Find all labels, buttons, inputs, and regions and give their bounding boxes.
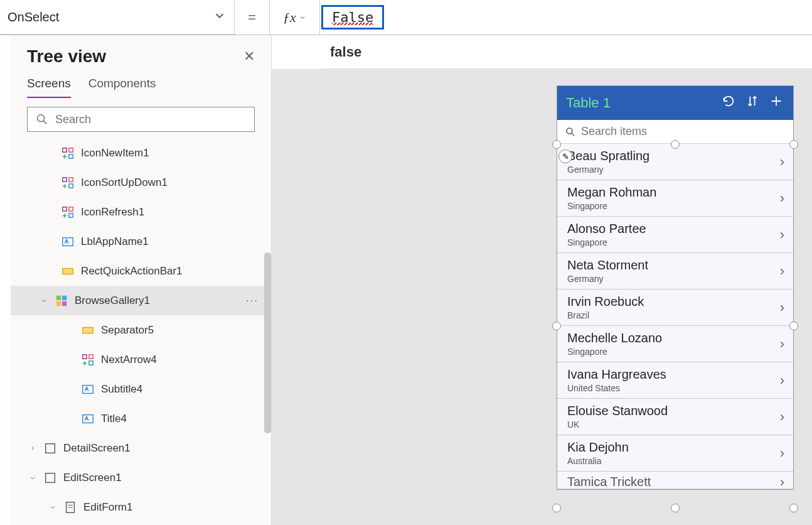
svg-rect-17 bbox=[83, 327, 93, 333]
formula-input[interactable]: False bbox=[320, 0, 812, 35]
fx-label: ƒx bbox=[283, 9, 296, 26]
chevron-right-icon[interactable]: › bbox=[780, 154, 784, 170]
selection-handle[interactable] bbox=[789, 504, 798, 512]
chevron-down-icon[interactable] bbox=[28, 474, 37, 482]
tree-search-input[interactable] bbox=[55, 113, 247, 126]
search-icon bbox=[565, 126, 576, 138]
gallery-row[interactable]: Kia DejohnAustralia› bbox=[557, 435, 793, 472]
refresh-icon[interactable] bbox=[720, 94, 737, 112]
design-canvas[interactable]: Table 1 Beau SpratlingGermany› Megan Roh… bbox=[272, 69, 812, 525]
gallery-row[interactable]: Megan RohmanSingapore› bbox=[557, 180, 793, 217]
row-title: Beau Spratling bbox=[567, 149, 780, 163]
row-title: Ivana Hargreaves bbox=[567, 367, 780, 382]
svg-rect-5 bbox=[63, 177, 67, 181]
row-title: Alonso Partee bbox=[567, 222, 780, 236]
tree-item-separator[interactable]: Separator5 bbox=[11, 315, 271, 345]
tree-item-label: RectQuickActionBar1 bbox=[81, 265, 183, 278]
rectangle-icon bbox=[81, 323, 95, 337]
svg-point-28 bbox=[567, 128, 572, 134]
gallery-row[interactable]: Irvin RoebuckBrazil› bbox=[557, 290, 793, 326]
tree-item-iconrefresh[interactable]: IconRefresh1 bbox=[11, 197, 271, 227]
svg-rect-24 bbox=[46, 473, 55, 482]
tree-item-rectquickactionbar[interactable]: RectQuickActionBar1 bbox=[11, 256, 271, 286]
group-icon bbox=[61, 176, 75, 190]
tree-search[interactable] bbox=[27, 107, 255, 132]
gallery-row[interactable]: Beau SpratlingGermany› bbox=[557, 144, 793, 180]
chevron-right-icon[interactable]: › bbox=[780, 474, 784, 490]
chevron-right-icon[interactable] bbox=[28, 445, 37, 452]
gallery-icon bbox=[55, 294, 68, 308]
edit-pencil-icon[interactable]: ✎ bbox=[558, 149, 572, 163]
gallery-row[interactable]: Tamica Trickett› bbox=[557, 472, 793, 489]
svg-rect-16 bbox=[62, 301, 67, 305]
tree-title: Tree view bbox=[27, 46, 106, 67]
svg-rect-18 bbox=[83, 354, 87, 358]
browse-gallery[interactable]: Beau SpratlingGermany› Megan RohmanSinga… bbox=[557, 144, 793, 489]
chevron-right-icon[interactable]: › bbox=[780, 409, 784, 425]
tree-item-label: Title4 bbox=[101, 413, 127, 425]
tree-item-label: IconNewItem1 bbox=[81, 147, 149, 160]
tree-item-label: Separator5 bbox=[101, 324, 154, 337]
property-dropdown[interactable]: OnSelect bbox=[0, 0, 235, 35]
sort-icon[interactable] bbox=[744, 94, 761, 112]
tree-item-label: Subtitle4 bbox=[101, 383, 142, 396]
tree-item-iconnewitem[interactable]: IconNewItem1 bbox=[11, 138, 271, 168]
tree-item-detailscreen[interactable]: DetailScreen1 bbox=[11, 433, 271, 463]
label-icon bbox=[81, 412, 95, 426]
tree-item-title[interactable]: Title4 bbox=[11, 404, 271, 433]
chevron-right-icon[interactable]: › bbox=[780, 445, 784, 462]
gallery-row[interactable]: Neta StormentGermany› bbox=[557, 253, 793, 290]
chevron-down-icon[interactable] bbox=[40, 297, 48, 305]
svg-rect-3 bbox=[69, 148, 73, 151]
tab-components[interactable]: Components bbox=[88, 77, 156, 98]
chevron-right-icon[interactable]: › bbox=[780, 263, 784, 279]
add-icon[interactable] bbox=[768, 94, 784, 112]
svg-rect-14 bbox=[62, 295, 67, 300]
selection-handle[interactable] bbox=[789, 322, 798, 330]
svg-rect-13 bbox=[56, 295, 61, 300]
chevron-right-icon[interactable]: › bbox=[780, 300, 784, 316]
fx-button[interactable]: ƒx bbox=[270, 0, 320, 35]
close-icon[interactable]: ✕ bbox=[243, 48, 255, 65]
tree-item-nextarrow[interactable]: NextArrow4 bbox=[11, 345, 271, 374]
gallery-row[interactable]: Alonso ParteeSingapore› bbox=[557, 217, 793, 253]
tree-item-label: DetailScreen1 bbox=[63, 442, 131, 455]
phone-search-input[interactable] bbox=[581, 125, 786, 138]
row-subtitle: Germany bbox=[567, 274, 780, 284]
selection-handle[interactable] bbox=[552, 140, 561, 149]
equals-label: = bbox=[235, 0, 270, 35]
tab-screens[interactable]: Screens bbox=[27, 77, 71, 98]
label-icon bbox=[61, 235, 75, 249]
chevron-right-icon[interactable]: › bbox=[780, 372, 784, 389]
chevron-down-icon bbox=[299, 14, 306, 21]
selection-handle[interactable] bbox=[671, 504, 680, 512]
selection-handle[interactable] bbox=[552, 504, 561, 512]
chevron-right-icon[interactable]: › bbox=[780, 227, 784, 243]
scrollbar[interactable] bbox=[264, 252, 271, 433]
gallery-row[interactable]: Elouise StanwoodUK› bbox=[557, 399, 793, 435]
tree-item-editform[interactable]: EditForm1 bbox=[11, 492, 271, 522]
chevron-right-icon[interactable]: › bbox=[780, 190, 784, 207]
formula-suggestion[interactable]: false bbox=[321, 36, 812, 69]
tree-item-browsegallery[interactable]: BrowseGallery1 ··· bbox=[11, 286, 271, 315]
gallery-row[interactable]: Mechelle LozanoSingapore› bbox=[557, 326, 793, 362]
selection-handle[interactable] bbox=[671, 140, 680, 149]
row-subtitle: Singapore bbox=[567, 201, 780, 211]
tree-item-iconsortupdown[interactable]: IconSortUpDown1 bbox=[11, 168, 271, 197]
tree-item-lblappname[interactable]: LblAppName1 bbox=[11, 227, 271, 256]
selection-handle[interactable] bbox=[789, 140, 798, 149]
gallery-row[interactable]: Ivana HargreavesUnited States› bbox=[557, 362, 793, 399]
chevron-down-icon[interactable] bbox=[48, 504, 57, 511]
tree-view-panel: Tree view ✕ Screens Components IconNewIt… bbox=[11, 35, 272, 525]
error-squiggle bbox=[332, 23, 373, 25]
more-icon[interactable]: ··· bbox=[246, 295, 259, 307]
tree-item-label: IconSortUpDown1 bbox=[81, 176, 168, 189]
tree-item-subtitle[interactable]: Subtitle4 bbox=[11, 374, 271, 404]
svg-rect-12 bbox=[63, 268, 73, 274]
selection-handle[interactable] bbox=[552, 322, 561, 330]
group-icon bbox=[61, 146, 75, 160]
chevron-right-icon[interactable]: › bbox=[780, 336, 784, 352]
formula-bar: OnSelect = ƒx False bbox=[0, 0, 812, 35]
tree-item-editscreen[interactable]: EditScreen1 bbox=[11, 463, 271, 492]
svg-rect-8 bbox=[63, 207, 67, 210]
